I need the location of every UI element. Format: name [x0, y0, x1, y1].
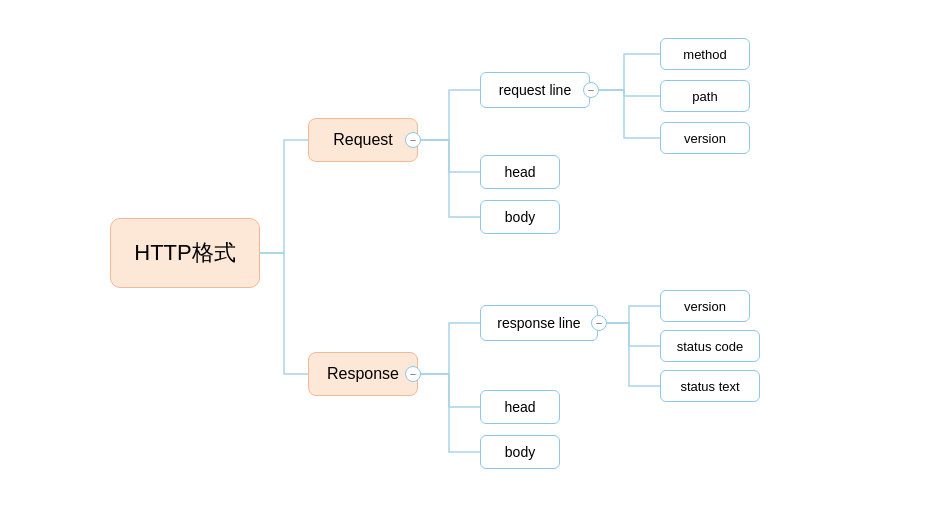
request-body-label: body: [505, 209, 535, 225]
method-node: method: [660, 38, 750, 70]
request-body-node: body: [480, 200, 560, 234]
request-line-node: request line: [480, 72, 590, 108]
status-text-node: status text: [660, 370, 760, 402]
status-code-label: status code: [677, 339, 744, 354]
response-line-label: response line: [497, 315, 580, 331]
response-head-label: head: [504, 399, 535, 415]
status-text-label: status text: [680, 379, 739, 394]
request-node: Request: [308, 118, 418, 162]
diagram: HTTP格式 Request − Response − request line…: [0, 0, 930, 516]
path-node: path: [660, 80, 750, 112]
response-label: Response: [327, 365, 399, 383]
request-head-node: head: [480, 155, 560, 189]
request-label: Request: [333, 131, 393, 149]
method-label: method: [683, 47, 726, 62]
version-req-node: version: [660, 122, 750, 154]
response-collapse-btn[interactable]: −: [405, 366, 421, 382]
response-body-node: body: [480, 435, 560, 469]
version-res-label: version: [684, 299, 726, 314]
request-head-label: head: [504, 164, 535, 180]
status-code-node: status code: [660, 330, 760, 362]
response-body-label: body: [505, 444, 535, 460]
root-label: HTTP格式: [134, 238, 235, 268]
request-collapse-btn[interactable]: −: [405, 132, 421, 148]
response-line-collapse-btn[interactable]: −: [591, 315, 607, 331]
version-res-node: version: [660, 290, 750, 322]
response-line-node: response line: [480, 305, 598, 341]
request-line-collapse-btn[interactable]: −: [583, 82, 599, 98]
response-head-node: head: [480, 390, 560, 424]
response-node: Response: [308, 352, 418, 396]
request-line-label: request line: [499, 82, 571, 98]
version-req-label: version: [684, 131, 726, 146]
path-label: path: [692, 89, 717, 104]
root-node: HTTP格式: [110, 218, 260, 288]
